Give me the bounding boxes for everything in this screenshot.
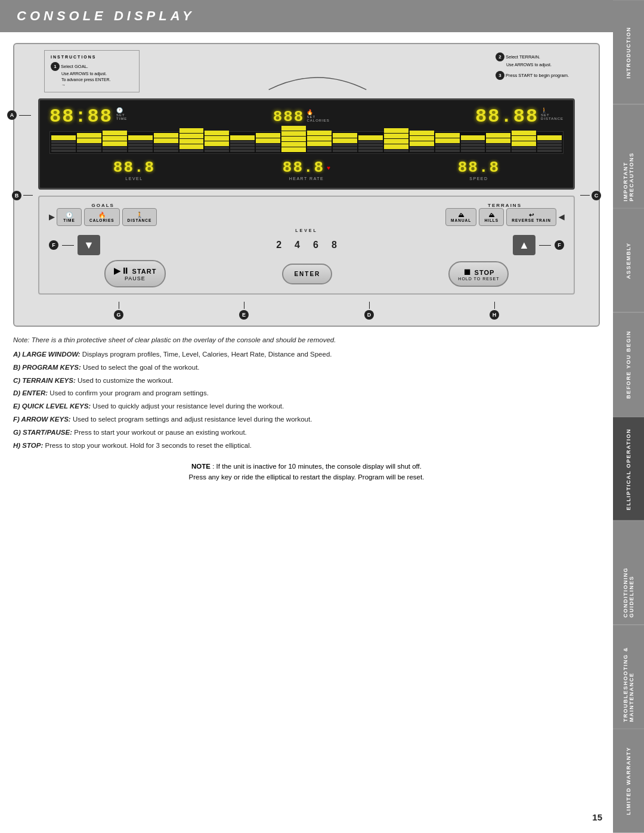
- bar-col-2: [77, 133, 101, 152]
- time-button[interactable]: 🕐 TIME: [57, 208, 82, 226]
- note-line2: Press any key or ride the elliptical to …: [13, 472, 600, 482]
- sidebar-tab-warranty[interactable]: LIMITED WARRANTY: [613, 729, 644, 833]
- sidebar-tab-before[interactable]: BEFORE YOU BEGIN: [613, 312, 644, 417]
- instructions-right: 2 Select TERRAIN. Use ARROWS to adjust. …: [496, 50, 569, 92]
- note-line1: NOTE : If the unit is inactive for 10 mi…: [13, 461, 600, 472]
- desc-f: F) ARROW KEYS: Used to select program se…: [13, 414, 600, 425]
- sidebar-tab-troubleshooting[interactable]: TROUBLESHOOTING & MAINTENANCE: [613, 625, 644, 729]
- calories-digits: 888: [273, 109, 305, 125]
- goals-terrains-header: GOALS ▶ 🕐 TIME 🔥 CALORIES: [49, 203, 564, 226]
- reverse-train-button[interactable]: ↩ REVERSE TRAIN: [506, 208, 556, 226]
- sidebar-tab-precautions[interactable]: IMPORTANT PRECAUTIONS: [613, 104, 644, 209]
- level-num-4[interactable]: 4: [295, 240, 300, 250]
- person-icon: 🚶: [541, 107, 547, 113]
- desc-h: H) STOP: Press to stop your workout. Hol…: [13, 441, 600, 451]
- desc-d: D) ENTER: Used to confirm your program a…: [13, 388, 600, 399]
- sidebar-tab-operation[interactable]: ELLIPTICAL OPERATION: [613, 417, 644, 521]
- page-number: 15: [592, 812, 602, 822]
- manual-button[interactable]: ⛰ MANUAL: [445, 208, 476, 226]
- bar-col-7: [205, 131, 229, 152]
- cal-label: CALORIES: [306, 119, 329, 122]
- instr-num-2: 2: [496, 52, 504, 61]
- sidebar-tab-assembly[interactable]: ASSEMBLY: [613, 208, 644, 312]
- descriptions: Note: There is a thin protective sheet o…: [13, 335, 600, 451]
- calories-digit-row: 888 🔥 SET CALORIES: [273, 109, 330, 125]
- time-btn-label: TIME: [63, 218, 75, 222]
- note-text1: : If the unit is inactive for 10 minutes…: [212, 463, 422, 470]
- distance-btn-label: DISTANCE: [128, 218, 152, 222]
- up-arrow-button[interactable]: ▲: [513, 235, 535, 255]
- manual-icon: ⛰: [451, 212, 471, 218]
- callout-h-wrapper: H: [490, 302, 499, 320]
- display-screen: 88:88 🕐 SET TIME: [38, 98, 575, 190]
- hills-button[interactable]: ⛰ HILLS: [479, 208, 504, 226]
- bar-col-4: [128, 135, 153, 152]
- instr-step1c: To advance press ENTER.: [51, 77, 133, 83]
- note-section: NOTE : If the unit is inactive for 10 mi…: [13, 461, 600, 483]
- callout-d: D: [364, 310, 374, 320]
- heart-rate-digits: 88.8: [283, 159, 324, 176]
- callout-a-wrapper: A: [7, 110, 31, 120]
- note-italic: Note: There is a thin protective sheet o…: [13, 335, 600, 346]
- sidebar-tab-conditioning[interactable]: CONDITIONING GUIDELINES: [613, 521, 644, 625]
- goals-buttons: ▶ 🕐 TIME 🔥 CALORIES 🚶 DIST: [49, 208, 157, 226]
- time-label: TIME: [116, 117, 127, 120]
- display-bottom-row: 88.8 LEVEL 88.8 ♥ HEART RATE 88.8: [49, 159, 564, 181]
- bar-col-19: [512, 131, 536, 152]
- time-digit-row: 88:88 🕐 SET TIME: [49, 107, 127, 126]
- instr-step1: 1 Select GOAL.: [51, 62, 133, 71]
- bar-col-11: [307, 131, 332, 152]
- callout-g: G: [114, 310, 123, 320]
- start-pause-button[interactable]: ▶⏸ START PAUSE: [104, 260, 166, 287]
- bar-col-3: [103, 131, 127, 152]
- digit-group-time: 88:88 🕐 SET TIME: [49, 107, 127, 126]
- instr-curve: [145, 50, 490, 92]
- callout-e: E: [239, 310, 249, 320]
- sidebar-tab-introduction[interactable]: INTRODUCTION: [613, 0, 644, 104]
- page-title: CONSOLE DISPLAY: [17, 8, 596, 24]
- right-arrow-line: [539, 245, 551, 246]
- digit-group-distance: 88.88 🚶 SET DISTANCE: [475, 107, 564, 126]
- page-header: CONSOLE DISPLAY: [0, 0, 613, 32]
- distance-digit-row: 88.88 🚶 SET DISTANCE: [475, 107, 564, 126]
- down-arrow-button[interactable]: ▼: [78, 235, 100, 255]
- time-digits-display: 88:88: [49, 107, 113, 126]
- left-arrow-line: [62, 245, 74, 246]
- level-num-2[interactable]: 2: [276, 240, 281, 250]
- enter-button[interactable]: ENTER: [282, 264, 332, 284]
- bar-col-15: [410, 131, 434, 152]
- bar-col-5: [154, 133, 178, 152]
- desc-c: C) TERRAIN KEYS: Used to customize the w…: [13, 376, 600, 386]
- dist-label: DISTANCE: [541, 117, 564, 120]
- bar-col-12: [333, 133, 357, 152]
- instr-step2: 2 Select TERRAIN.: [496, 52, 569, 61]
- distance-button[interactable]: 🚶 DISTANCE: [122, 208, 157, 226]
- level-label-row: LEVEL: [49, 228, 564, 233]
- main-content: CONSOLE DISPLAY INSTRUCTIONS 1 Select GO…: [0, 0, 613, 482]
- stop-button[interactable]: ⏹ STOP HOLD TO RESET: [448, 261, 509, 287]
- level-num-8[interactable]: 8: [332, 240, 337, 250]
- goals-arrow-indicator: ▶: [49, 213, 54, 221]
- distance-digits: 88.88: [475, 107, 538, 126]
- goals-section: GOALS ▶ 🕐 TIME 🔥 CALORIES: [49, 203, 157, 226]
- level-digits: 88.8: [113, 159, 155, 176]
- bar-col-9: [256, 133, 280, 152]
- bar-col-20: [537, 135, 562, 152]
- terrains-title: TERRAINS: [488, 203, 522, 208]
- calories-btn-label: CALORIES: [89, 218, 114, 222]
- start-btn-wrapper: ▶⏸ START PAUSE: [104, 260, 166, 287]
- level-num-6[interactable]: 6: [313, 240, 318, 250]
- calories-button[interactable]: 🔥 CALORIES: [84, 208, 120, 226]
- callout-b-line: [23, 195, 33, 196]
- heart-icon: ♥: [327, 165, 330, 171]
- callout-f-right: F: [555, 240, 564, 250]
- bottom-btns-row: ▶⏸ START PAUSE ENTER ⏹ STOP: [49, 260, 564, 287]
- speed-digits: 88.8: [458, 159, 500, 176]
- bottom-hr-group: 88.8 ♥ HEART RATE: [283, 159, 330, 181]
- instr-num-1: 1: [51, 62, 60, 71]
- time-digits: 88:88: [49, 107, 113, 126]
- desc-b: B) PROGRAM KEYS: Used to select the goal…: [13, 363, 600, 373]
- bar-col-18: [486, 133, 510, 152]
- desc-e: E) QUICK LEVEL KEYS: Used to quickly adj…: [13, 401, 600, 412]
- enter-label: ENTER: [294, 271, 320, 277]
